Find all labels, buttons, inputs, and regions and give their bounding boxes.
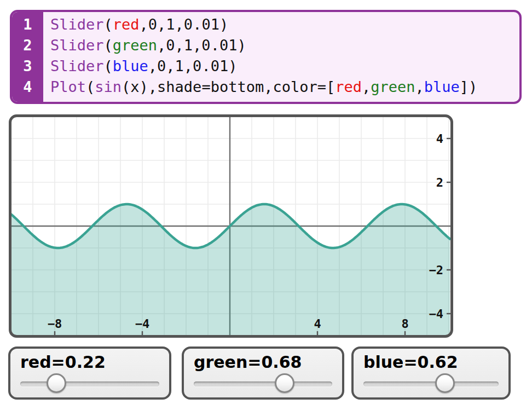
x-tick-label: −4 — [135, 317, 150, 331]
code-lines[interactable]: Slider(red,0,1,0.01)Slider(green,0,1,0.0… — [43, 12, 519, 102]
code-token-keyword: Slider — [50, 37, 104, 54]
slider-green-label: green=0.68 — [194, 353, 302, 372]
code-token-blue: blue — [113, 57, 148, 74]
code-token-plain: , — [415, 78, 424, 95]
x-tick-label: 4 — [314, 317, 321, 331]
slider-green[interactable]: green=0.68 — [182, 347, 344, 400]
line-number: 1 — [12, 14, 43, 35]
slider-red-thumb[interactable] — [47, 373, 66, 393]
x-tick-label: 8 — [401, 317, 408, 331]
slider-green-track[interactable] — [194, 382, 332, 386]
code-token-keyword: sin — [95, 78, 122, 95]
slider-red-label: red=0.22 — [20, 353, 106, 372]
slider-blue-label: blue=0.62 — [363, 353, 458, 372]
line-number: 2 — [12, 35, 43, 56]
code-token-plain: ( — [104, 16, 113, 33]
code-token-plain: ,0,1,0.01) — [140, 16, 229, 33]
y-tick-label: −2 — [429, 263, 444, 277]
slider-blue[interactable]: blue=0.62 — [351, 347, 511, 400]
code-token-plain: ( — [104, 57, 113, 74]
y-tick-label: −4 — [429, 307, 444, 321]
slider-blue-track[interactable] — [363, 382, 499, 386]
line-number: 4 — [12, 77, 43, 97]
line-number: 3 — [12, 56, 43, 77]
code-token-keyword: Plot — [50, 78, 86, 95]
code-token-plain: (x),shade=bottom,color=[ — [122, 78, 335, 95]
code-token-plain: ]) — [460, 78, 478, 95]
code-line: Slider(red,0,1,0.01) — [50, 14, 519, 35]
y-tick-label: 2 — [436, 176, 443, 189]
code-token-keyword: Slider — [50, 57, 104, 74]
x-tick-label: −8 — [48, 317, 62, 331]
code-line: Slider(green,0,1,0.01) — [50, 35, 519, 56]
y-tick-label: 4 — [436, 132, 443, 146]
code-line: Slider(blue,0,1,0.01) — [50, 56, 519, 77]
slider-red[interactable]: red=0.22 — [8, 347, 171, 400]
code-token-red: red — [335, 78, 362, 95]
code-token-red: red — [113, 16, 140, 33]
line-number-gutter: 1234 — [12, 12, 43, 102]
slider-green-thumb[interactable] — [275, 373, 294, 393]
plot-panel[interactable]: −8−44842−2−4 — [9, 114, 453, 338]
code-token-keyword: Slider — [50, 16, 104, 33]
slider-blue-thumb[interactable] — [435, 373, 455, 393]
sine-plot-canvas[interactable]: −8−44842−2−4 — [9, 114, 453, 338]
code-token-green: green — [371, 78, 415, 95]
code-token-plain: , — [362, 78, 371, 95]
code-token-plain: ( — [86, 78, 95, 95]
code-line: Plot(sin(x),shade=bottom,color=[red,gree… — [50, 77, 519, 97]
plot-inner — [11, 117, 450, 335]
code-token-plain: ,0,1,0.01) — [148, 57, 238, 74]
code-token-plain: ,0,1,0.01) — [157, 37, 246, 54]
code-token-blue: blue — [424, 78, 460, 95]
code-token-plain: ( — [104, 37, 113, 54]
code-token-green: green — [113, 37, 157, 54]
code-editor[interactable]: 1234 Slider(red,0,1,0.01)Slider(green,0,… — [10, 10, 522, 104]
slider-red-track[interactable] — [20, 382, 159, 386]
